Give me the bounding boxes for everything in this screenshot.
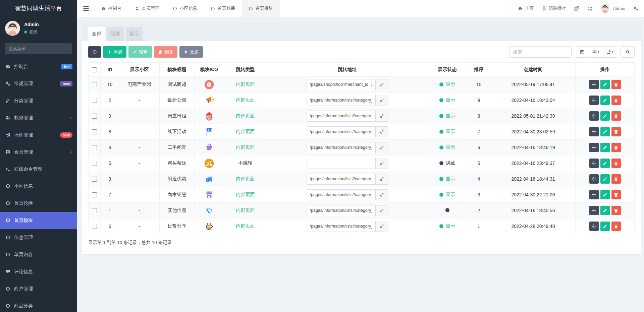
add-button[interactable]: 添加 [103, 46, 126, 58]
link-button[interactable] [376, 95, 388, 106]
home-link[interactable]: 主页 [518, 5, 534, 11]
status-badge[interactable]: 显示 [439, 144, 455, 150]
sidebar-item-comments[interactable]: 评论信息 [0, 263, 77, 280]
settings-gears-icon[interactable] [633, 6, 638, 11]
tab-members[interactable]: 会员管理 [128, 0, 166, 17]
sidebar-item-product-categories[interactable]: 商品分类 [0, 297, 77, 312]
row-edit-button[interactable] [600, 143, 610, 152]
sidebar-item-online-commands[interactable]: 在线命令管理 [0, 161, 77, 178]
row-edit-button[interactable] [600, 206, 610, 215]
tab-community-info[interactable]: 小区信息 [166, 0, 204, 17]
row-delete-button[interactable] [611, 80, 621, 89]
tab-home-modules[interactable]: 首页模块 [242, 0, 280, 17]
status-badge[interactable]: 显示 [439, 113, 455, 119]
sidebar-item-general[interactable]: 常规管理 new [0, 75, 77, 92]
detail-view-button[interactable] [575, 46, 589, 58]
columns-button[interactable]: ▾ [589, 46, 603, 58]
link-button[interactable] [376, 126, 388, 137]
jump-url-input[interactable] [307, 158, 376, 169]
drag-move-button[interactable] [589, 143, 599, 152]
drag-move-button[interactable] [589, 96, 599, 105]
drag-move-button[interactable] [589, 127, 599, 136]
delete-button[interactable]: 删除 [154, 46, 177, 58]
jump-url-input[interactable] [307, 189, 376, 200]
export-button[interactable]: ▾ [603, 46, 617, 58]
sidebar-item-plugins[interactable]: 插件管理 new [0, 126, 77, 143]
row-checkbox[interactable] [92, 208, 97, 213]
row-edit-button[interactable] [600, 159, 610, 168]
row-delete-button[interactable] [611, 111, 621, 121]
fullscreen-icon[interactable] [587, 6, 592, 11]
sidebar-item-info-management[interactable]: 信息管理 [0, 229, 77, 246]
sidebar-item-permissions[interactable]: 权限管理 [0, 109, 77, 126]
sidebar-item-home-carousel[interactable]: 首页轮播 [0, 195, 77, 212]
row-checkbox[interactable] [92, 114, 97, 119]
link-button[interactable] [376, 221, 388, 232]
refresh-button[interactable] [88, 46, 101, 58]
status-badge[interactable]: 显示 [439, 192, 455, 198]
drag-move-button[interactable] [589, 111, 599, 121]
row-edit-button[interactable] [600, 111, 610, 121]
drag-move-button[interactable] [589, 80, 599, 89]
link-button[interactable] [376, 79, 388, 90]
translate-icon[interactable] [574, 6, 579, 11]
link-button[interactable] [376, 174, 388, 185]
row-edit-button[interactable] [600, 96, 610, 105]
drag-move-button[interactable] [589, 222, 599, 231]
status-badge[interactable]: 显示 [439, 176, 455, 182]
row-edit-button[interactable] [600, 174, 610, 184]
sidebar-item-merchants[interactable]: 商户管理 [0, 280, 77, 297]
sidebar-item-home-modules[interactable]: 首页模块 [0, 212, 77, 229]
jump-url-input[interactable] [307, 95, 376, 106]
row-checkbox[interactable] [92, 98, 97, 103]
jump-url-input[interactable] [307, 111, 376, 122]
more-button[interactable]: 更多 [179, 46, 203, 58]
row-delete-button[interactable] [611, 206, 621, 215]
tab-home-carousel[interactable]: 首页轮播 [204, 0, 242, 17]
row-edit-button[interactable] [600, 127, 610, 136]
status-badge[interactable]: 隐藏 [439, 160, 455, 166]
row-delete-button[interactable] [611, 222, 621, 231]
clear-cache-link[interactable]: 清除缓存 [542, 5, 566, 11]
row-checkbox[interactable] [92, 161, 97, 166]
tab-dashboard[interactable]: 控制台 [95, 0, 128, 17]
row-delete-button[interactable] [611, 127, 621, 136]
link-button[interactable] [376, 142, 388, 153]
status-badge[interactable]: 显示 [439, 97, 455, 103]
select-all-checkbox[interactable] [92, 67, 97, 72]
hamburger-menu-icon[interactable] [77, 0, 95, 17]
filter-tab-shown[interactable]: 显示 [126, 27, 143, 41]
row-edit-button[interactable] [600, 222, 610, 231]
jump-url-input[interactable] [307, 205, 376, 216]
row-delete-button[interactable] [611, 143, 621, 152]
filter-tab-hidden[interactable]: 隐藏 [107, 27, 124, 41]
jump-url-input[interactable] [307, 126, 376, 137]
status-badge[interactable]: 显示 [439, 81, 455, 87]
row-checkbox[interactable] [92, 129, 97, 134]
sidebar-item-dashboard[interactable]: 控制台 hot [0, 58, 77, 75]
sidebar-search-input[interactable] [8, 46, 67, 51]
sidebar-item-single-page[interactable]: 单页内容 [0, 246, 77, 263]
row-delete-button[interactable] [611, 174, 621, 184]
link-button[interactable] [376, 189, 388, 200]
row-delete-button[interactable] [611, 190, 621, 199]
filter-tab-all[interactable]: 全部 [88, 27, 105, 41]
row-delete-button[interactable] [611, 96, 621, 105]
sidebar-item-community-info[interactable]: 小区信息 [0, 178, 77, 195]
drag-move-button[interactable] [589, 159, 599, 168]
user-menu[interactable]: Admin [600, 4, 625, 13]
edit-button[interactable]: 编辑 [128, 46, 152, 58]
status-badge[interactable] [445, 208, 449, 212]
link-button[interactable] [376, 158, 388, 169]
table-search-input[interactable] [509, 46, 572, 58]
status-badge[interactable]: 显示 [439, 129, 455, 135]
jump-url-input[interactable] [307, 79, 376, 90]
link-button[interactable] [376, 111, 388, 122]
jump-url-input[interactable] [307, 174, 376, 185]
jump-url-input[interactable] [307, 142, 376, 153]
drag-move-button[interactable] [589, 206, 599, 215]
row-checkbox[interactable] [92, 145, 97, 150]
row-edit-button[interactable] [600, 190, 610, 199]
row-edit-button[interactable] [600, 80, 610, 89]
search-button[interactable] [621, 46, 635, 58]
